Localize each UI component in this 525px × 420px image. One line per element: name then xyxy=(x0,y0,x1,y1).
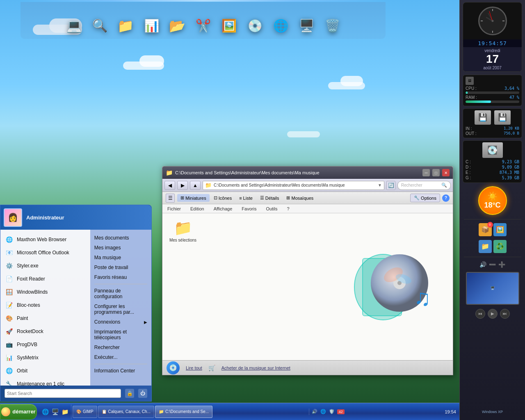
start-item-sysmetrix[interactable]: 📊 SysMetrix xyxy=(0,351,90,364)
menu-aide[interactable]: ? xyxy=(285,205,291,212)
options-button[interactable]: 🔧 Options xyxy=(410,194,440,202)
dock-item-globe[interactable]: 🌐 xyxy=(269,14,292,37)
media-prev-button[interactable]: ⏮ xyxy=(475,309,485,319)
panel-icon-recycle[interactable]: ♻️ xyxy=(493,240,507,253)
start-item-foxit[interactable]: 📄 Foxit Reader xyxy=(0,272,90,285)
address-bar[interactable]: 📁 C:\Documents and Settings\Administrate… xyxy=(203,181,384,190)
screen-preview[interactable]: 🖥️ xyxy=(466,272,519,305)
menu-edition[interactable]: Edition xyxy=(189,205,206,212)
view-miniatures-button[interactable]: ⊞ Miniatures xyxy=(177,194,210,202)
lire-tout-link[interactable]: Lire tout xyxy=(186,365,202,370)
start-button[interactable]: démarrer xyxy=(0,404,37,420)
sysmetrix-icon: 📊 xyxy=(5,353,14,362)
start-search-input[interactable] xyxy=(5,389,121,398)
menu-panneau-config[interactable]: Panneau de configuration xyxy=(90,286,151,301)
tray-volume-icon[interactable]: 🔊 xyxy=(311,409,318,415)
calques-label: Calques, Canaux, Ch... xyxy=(108,409,151,414)
ql-folder-icon[interactable]: 📁 xyxy=(61,408,69,416)
menu-favoris[interactable]: Favoris xyxy=(240,205,258,212)
forward-button[interactable]: ▶ xyxy=(177,181,188,190)
media-play-button[interactable]: ▶ xyxy=(488,309,498,319)
media-next-button[interactable]: ⏭ xyxy=(500,309,510,319)
taskbar-explorer-button[interactable]: 📁 C:\Documents and Se... xyxy=(155,406,212,418)
menu-outils[interactable]: Outils xyxy=(264,205,279,212)
ql-desktop-icon[interactable]: 🖥️ xyxy=(51,408,59,416)
dock-item-cd[interactable]: 💿 xyxy=(244,14,266,37)
panel-icon-folder[interactable]: 📁 xyxy=(479,240,492,253)
menu-connexions[interactable]: Connexions ▶ xyxy=(90,317,151,327)
window-maximize-button[interactable]: □ xyxy=(432,169,440,176)
volume-icon[interactable]: 🔊 xyxy=(479,261,486,268)
menu-fichier[interactable]: Fichier xyxy=(166,205,183,212)
menu-information-center[interactable]: Information Center xyxy=(90,366,151,376)
user-avatar: 👩 xyxy=(4,208,22,227)
menu-affichage[interactable]: Affichage xyxy=(212,205,234,212)
window-minimize-button[interactable]: ─ xyxy=(422,169,430,176)
start-item-styler[interactable]: ⚙️ Styler.exe xyxy=(0,259,90,272)
refresh-button[interactable]: 🔄 xyxy=(386,181,395,190)
acheter-musique-link[interactable]: Acheter de la musique sur Internet xyxy=(221,365,290,370)
menu-ma-musique[interactable]: Ma musique xyxy=(90,253,151,262)
start-item-rocketdock[interactable]: 🚀 RocketDock xyxy=(0,325,90,338)
dock-item-trash[interactable]: 🗑️ xyxy=(321,14,344,37)
folder-mes-selections[interactable]: 📁 Mes sélections xyxy=(169,219,197,242)
menu-executer[interactable]: Exécuter... xyxy=(90,352,151,362)
view-liste-button[interactable]: ≡ Liste xyxy=(236,194,256,202)
back-button[interactable]: ◀ xyxy=(164,181,175,190)
tray-network-icon[interactable]: 🌐 xyxy=(320,409,326,415)
lock-button[interactable]: 🔒 xyxy=(125,389,134,398)
start-item-outlook[interactable]: 📧 Microsoft Office Outlook xyxy=(0,246,90,259)
power-button[interactable]: ⏻ xyxy=(138,389,147,398)
taskbar-gimp-button[interactable]: 🎨 GIMP xyxy=(73,406,97,418)
dock-item-scissors[interactable]: ✂️ xyxy=(192,14,215,37)
help-button[interactable]: ? xyxy=(442,194,450,202)
dock-item-chart[interactable]: 📊 xyxy=(140,14,163,37)
menu-rechercher[interactable]: Rechercher xyxy=(90,342,151,352)
menu-imprimantes[interactable]: Imprimantes et télécopieurs xyxy=(90,327,151,342)
dock-monitor-icon: 🖥️ xyxy=(295,14,318,37)
window-close-button[interactable]: ✕ xyxy=(442,169,450,176)
outlook-icon: 📧 xyxy=(5,248,14,257)
menu-favoris-reseau[interactable]: Favoris réseau xyxy=(90,272,151,282)
dock-item-folder2[interactable]: 📂 xyxy=(166,14,189,37)
panel-icon-photos[interactable]: 🖼️ xyxy=(493,223,507,236)
start-item-maxthon[interactable]: 🌐 Maxthon Web Browser xyxy=(0,233,90,246)
orbit-icon: 🌐 xyxy=(5,366,14,375)
address-dropdown-arrow[interactable]: ▼ xyxy=(378,183,382,187)
up-button[interactable]: ▲ xyxy=(190,181,201,190)
start-item-notepad[interactable]: 📝 Bloc-notes xyxy=(0,299,90,312)
tray-count-badge[interactable]: 42 xyxy=(337,409,345,414)
audio-controls: 🔊 ➖ ➕ xyxy=(478,260,507,269)
view-icones-button[interactable]: ⊡ Icônes xyxy=(210,194,235,202)
audio-minus-icon[interactable]: ➖ xyxy=(489,261,496,268)
menu-mes-images[interactable]: Mes images xyxy=(90,243,151,253)
dock: 💻 🔍 📁 📊 📂 ✂️ 🖼️ 💿 🌐 🖥️ 🗑️ xyxy=(21,2,386,39)
dock-item-photo[interactable]: 🖼️ xyxy=(218,14,240,37)
start-item-windowblinds[interactable]: 🪟 WindowBlinds xyxy=(0,285,90,299)
views-menu-button[interactable]: ☰ xyxy=(166,194,175,203)
view-details-button[interactable]: ☰ Détails xyxy=(257,194,283,202)
start-menu-body: 🌐 Maxthon Web Browser 📧 Microsoft Office… xyxy=(0,230,151,386)
start-item-paint[interactable]: 🎨 Paint xyxy=(0,312,90,325)
panel-icon-files[interactable]: 📦 0 xyxy=(479,223,492,236)
menu-mes-documents[interactable]: Mes documents xyxy=(90,233,151,243)
miniatures-icon: ⊞ xyxy=(180,195,184,201)
start-item-orbit[interactable]: 🌐 Orbit xyxy=(0,364,90,377)
search-bar[interactable]: Rechercher 🔍 xyxy=(397,181,451,190)
start-item-progdvb[interactable]: 📺 ProgDVB xyxy=(0,338,90,351)
tray-shield-icon[interactable]: 🛡️ xyxy=(329,409,335,415)
audio-plus-icon[interactable]: ➕ xyxy=(498,261,505,268)
ql-browser-icon[interactable]: 🌐 xyxy=(41,408,49,416)
svg-text:♫: ♫ xyxy=(414,285,431,310)
menu-poste-travail[interactable]: Poste de travail xyxy=(90,262,151,272)
dock-item-search[interactable]: 🔍 xyxy=(89,14,111,37)
dock-item-folder1[interactable]: 📁 xyxy=(114,14,137,37)
maxthon-icon: 🌐 xyxy=(5,235,14,244)
dock-item-monitor[interactable]: 🖥️ xyxy=(295,14,318,37)
rocketdock-icon: 🚀 xyxy=(5,327,14,336)
menu-config-progs[interactable]: Configurer les programmes par... xyxy=(90,301,151,317)
view-mosaiques-button[interactable]: ⊞ Mosaïques xyxy=(283,194,317,202)
search-icon[interactable]: 🔍 xyxy=(441,183,447,188)
taskbar-calques-button[interactable]: 📋 Calques, Canaux, Ch... xyxy=(98,406,154,418)
dock-item-laptop[interactable]: 💻 xyxy=(63,14,85,37)
